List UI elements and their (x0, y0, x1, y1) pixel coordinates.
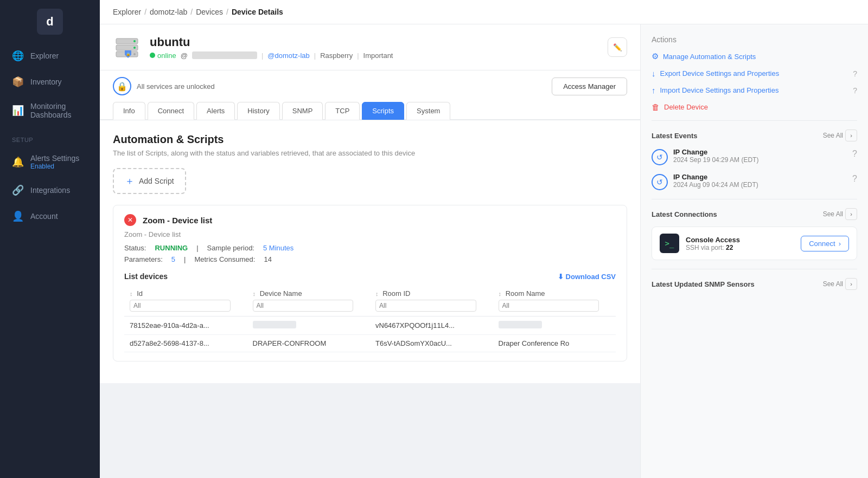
tab-snmp[interactable]: SNMP (282, 102, 323, 120)
event-info: IP Change 2024 Aug 09 04:24 AM (EDT) (673, 173, 847, 189)
tab-history[interactable]: History (237, 102, 279, 120)
sidebar-item-label: Integrations (30, 186, 70, 195)
right-panel: Actions ⚙ Manage Automation & Scripts ↓ … (640, 24, 868, 478)
inventory-icon: 📦 (12, 76, 24, 88)
plus-icon: ＋ (125, 175, 135, 188)
breadcrumb-lab[interactable]: domotz-lab (150, 8, 187, 16)
events-see-all-button[interactable]: See All › (823, 130, 857, 141)
col-id: ↕ Id (124, 285, 247, 316)
account-icon: 👤 (12, 210, 24, 222)
cell-name: DRAPER-CONFROOM (247, 335, 371, 352)
sort-icon[interactable]: ↕ (499, 290, 502, 297)
device-tag[interactable]: @domotz-lab (267, 51, 310, 60)
refresh-icon: ↺ (652, 149, 668, 165)
breadcrumb-explorer[interactable]: Explorer (113, 8, 141, 16)
lock-icon: 🔒 (113, 77, 131, 95)
sidebar-item-label: Inventory (30, 77, 62, 86)
center-panel: 🔒 ubuntu online @ | @domotz-lab | (100, 24, 640, 478)
connection-detail: SSH via port: 22 (686, 244, 794, 251)
blurred-name (253, 321, 296, 328)
add-script-button[interactable]: ＋ Add Script (113, 168, 186, 194)
device-address (192, 51, 257, 59)
tab-connect[interactable]: Connect (148, 102, 194, 120)
tab-alerts[interactable]: Alerts (196, 102, 235, 120)
params-value[interactable]: 5 (171, 255, 175, 263)
events-title: Latest Events (652, 132, 698, 140)
tab-system[interactable]: System (406, 102, 450, 120)
table-row: 78152eae-910a-4d2a-a... vN6467XPQOOf1j11… (124, 316, 616, 335)
col-device-name: ↕ Device Name (247, 285, 371, 316)
help-icon[interactable]: ? (853, 69, 857, 78)
content-wrapper: 🔒 ubuntu online @ | @domotz-lab | (100, 24, 868, 478)
connections-section-header: Latest Connections See All › (652, 208, 857, 220)
sidebar-item-account[interactable]: 👤 Account (4, 204, 95, 229)
chevron-right-icon: › (845, 278, 857, 290)
breadcrumb-current: Device Details (232, 8, 283, 16)
devices-table: ↕ Id ↕ Device Name ↕ (124, 285, 616, 352)
setup-section-label: Setup (4, 127, 95, 146)
sort-icon[interactable]: ↕ (130, 290, 133, 297)
cell-room-name: Draper Conference Ro (493, 335, 616, 352)
sidebar-item-label: Alerts Settings Enabled (30, 154, 79, 170)
breadcrumb: Explorer / domotz-lab / Devices / Device… (100, 0, 868, 24)
cell-room-id: vN6467XPQOOf1j11L4... (370, 316, 493, 335)
script-card: ✕ Zoom - Device list Zoom - Device list … (113, 205, 627, 361)
sidebar-item-alerts[interactable]: 🔔 Alerts Settings Enabled (4, 147, 95, 177)
chevron-right-icon: › (839, 240, 841, 248)
remove-script-button[interactable]: ✕ (124, 214, 136, 226)
bell-icon: 🔔 (12, 156, 24, 168)
svg-point-3 (133, 40, 136, 42)
export-icon: ↓ (652, 69, 656, 78)
breadcrumb-devices[interactable]: Devices (196, 8, 223, 16)
sort-icon[interactable]: ↕ (375, 290, 379, 297)
sidebar-item-monitoring[interactable]: 📊 MonitoringDashboards (4, 95, 95, 126)
device-at: @ (181, 51, 188, 60)
sidebar-item-inventory[interactable]: 📦 Inventory (4, 69, 95, 94)
sample-value[interactable]: 5 Minutes (263, 244, 293, 252)
sidebar-item-label: Account (30, 212, 58, 221)
import-settings-link[interactable]: ↑ Import Device Settings and Properties … (652, 86, 857, 95)
tab-info[interactable]: Info (113, 102, 145, 120)
tab-scripts[interactable]: Scripts (362, 102, 404, 120)
script-meta-2: Parameters: 5 | Metrics Consumed: 14 (124, 255, 616, 263)
event-info: IP Change 2024 Sep 19 04:29 AM (EDT) (673, 148, 847, 164)
filter-room-name[interactable] (499, 300, 599, 312)
manage-automation-link[interactable]: ⚙ Manage Automation & Scripts (652, 51, 857, 61)
lock-bar: 🔒 All services are unlocked Access Manag… (113, 77, 627, 95)
access-manager-button[interactable]: Access Manager (552, 77, 627, 95)
filter-id[interactable] (130, 300, 231, 312)
tab-tcp[interactable]: TCP (325, 102, 360, 120)
ssh-connect-button[interactable]: Connect › (801, 236, 849, 251)
blurred-room-name (499, 321, 542, 328)
connection-item: >_ Console Access SSH via port: 22 Conne… (652, 227, 857, 260)
chevron-right-icon: › (845, 208, 857, 220)
event-item: ↺ IP Change 2024 Aug 09 04:24 AM (EDT) ? (652, 173, 857, 190)
svg-point-4 (133, 47, 136, 49)
filter-room-id[interactable] (375, 300, 476, 312)
download-csv-link[interactable]: ⬇ Download CSV (558, 273, 616, 281)
metrics-value: 14 (264, 255, 271, 263)
help-icon[interactable]: ? (853, 86, 857, 95)
list-table-header: List devices ⬇ Download CSV (124, 272, 616, 281)
filter-device-name[interactable] (253, 300, 354, 312)
table-row: d527a8e2-5698-4137-8... DRAPER-CONFROOM … (124, 335, 616, 352)
export-settings-link[interactable]: ↓ Export Device Settings and Properties … (652, 69, 857, 78)
sample-label: Sample period: (207, 244, 254, 252)
question-icon[interactable]: ? (852, 148, 857, 159)
trash-icon: 🗑 (652, 102, 660, 112)
connections-see-all-button[interactable]: See All › (823, 208, 857, 220)
device-icon: 🔒 (113, 33, 141, 61)
monitoring-icon: 📊 (12, 105, 24, 117)
lock-info: 🔒 All services are unlocked (113, 77, 215, 95)
edit-device-button[interactable]: ✏️ (608, 37, 627, 57)
delete-device-link[interactable]: 🗑 Delete Device (652, 102, 857, 112)
sidebar-item-explorer[interactable]: 🌐 Explorer (4, 43, 95, 68)
sidebar-item-integrations[interactable]: 🔗 Integrations (4, 178, 95, 203)
cell-id: d527a8e2-5698-4137-8... (124, 335, 247, 352)
script-card-header: ✕ Zoom - Device list (124, 214, 616, 226)
question-icon[interactable]: ? (852, 173, 857, 184)
snmp-section-header: Latest Updated SNMP Sensors See All › (652, 278, 857, 290)
snmp-see-all-button[interactable]: See All › (823, 278, 857, 290)
sidebar: d 🌐 Explorer 📦 Inventory 📊 MonitoringDas… (0, 0, 100, 478)
sort-icon[interactable]: ↕ (253, 290, 256, 297)
